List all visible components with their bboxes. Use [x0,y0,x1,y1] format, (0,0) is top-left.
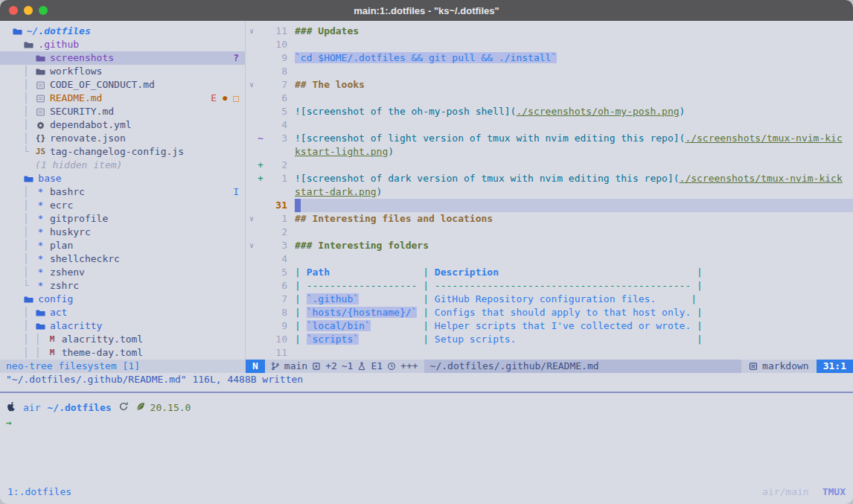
tmux-window-tab[interactable]: 1:.dotfiles [7,485,71,499]
status-badge: ? [233,51,239,65]
indent-guides: │ │ [0,333,47,346]
indent-guides [0,51,35,65]
tree-item[interactable]: base [0,172,245,185]
close-button[interactable] [9,6,18,15]
tree-item[interactable]: └ *zshrc [0,279,245,293]
tree-item[interactable]: │ alacritty [0,319,245,333]
fold-marker[interactable]: ∨ [246,239,258,252]
editor-line[interactable]: 9`cd $HOME/.dotfiles && git pull && ./in… [246,51,853,65]
editor-line[interactable]: ~3![screenshot of light version of tmux … [246,132,853,145]
line-number: 1 [266,212,287,226]
line-text [295,199,853,212]
tree-item[interactable]: │ *shellcheckrc [0,252,245,266]
tree-item[interactable]: │ {}renovate.json [0,132,245,145]
tree-item[interactable]: screenshots? [0,51,245,65]
editor-line[interactable]: ∨3### Interesting folders [246,239,853,252]
prompt-path: ~/.dotfiles [47,401,111,415]
tree-item[interactable]: │ *plan [0,239,245,252]
editor-line[interactable]: 31 [246,199,853,212]
editor-line[interactable]: kstart-light.png) [246,145,853,159]
editor-line[interactable]: ∨7## The looks [246,78,853,92]
tree-item[interactable]: ~/.dotfiles [0,25,245,38]
lsp-status: +++ [400,360,418,373]
fold-marker[interactable]: ∨ [246,212,258,226]
line-text [295,252,853,266]
line-text: ## Interesting files and locations [295,212,853,226]
editor-line[interactable]: +2 [246,159,853,172]
editor-line[interactable]: 2 [246,226,853,239]
editor-line[interactable]: ∨1## Interesting files and locations [246,212,853,226]
fold-marker [246,118,258,132]
editor-line[interactable]: 8| `hosts/{hostname}/` | Configs that sh… [246,306,853,319]
fold-marker[interactable]: ∨ [246,25,258,38]
tree-item[interactable]: │ workflows [0,65,245,78]
line-number: 7 [266,293,287,306]
tree-item[interactable]: │ act [0,306,245,319]
tree-item[interactable]: │ *ecrc [0,199,245,212]
line-number: 5 [266,266,287,279]
indent-guides: └ [0,145,35,159]
tree-item[interactable]: │ dependabot.yml [0,118,245,132]
editor-line[interactable]: ∨11### Updates [246,25,853,38]
editor-line[interactable]: 6| ------------------- | ---------------… [246,279,853,293]
star-icon: * [35,252,46,266]
editor-line[interactable]: 6 [246,92,853,105]
tmux-session-name: air/main [762,485,809,499]
js-icon: JS [35,145,46,159]
fold-marker[interactable]: ∨ [246,78,258,92]
editor-line[interactable]: +1![screenshot of dark version of tmux w… [246,172,853,185]
tree-item[interactable]: .github [0,38,245,51]
status-badge: I [233,185,239,199]
editor-line[interactable]: 10| `scripts` | Setup scripts. | [246,333,853,346]
indent-guides: │ [0,105,35,118]
prompt-arrow[interactable]: → [6,416,853,430]
tree-item[interactable]: │ README.mdE●□ [0,92,245,105]
indent-guides: │ [0,252,35,266]
tree-item-label: zshrc [50,279,79,293]
editor-line[interactable]: start-dark.png) [246,185,853,199]
fold-marker [246,172,258,185]
git-sign [258,199,266,212]
prompt-host: air [23,401,40,415]
filetype-label: markdown [762,360,809,373]
editor-line[interactable]: 4 [246,118,853,132]
tree-item[interactable]: │ │ Mtheme-day.toml [0,346,245,360]
git-diff-added: +2 [325,360,337,373]
editor-line[interactable]: 9| `local/bin` | Helper scripts that I'v… [246,319,853,333]
tree-item[interactable]: config [0,293,245,306]
editor-line[interactable]: 4 [246,252,853,266]
tree-item[interactable]: │ *huskyrc [0,226,245,239]
tree-item[interactable]: │ CODE_OF_CONDUCT.md [0,78,245,92]
statusline-filepath: ~/.dotfiles/.github/README.md [424,360,741,373]
line-text: `cd $HOME/.dotfiles && git pull && ./ins… [295,51,853,65]
git-sign [258,92,266,105]
toml-icon: M [47,346,58,360]
tree-item[interactable]: └ JStag-changelog-config.js [0,145,245,159]
editor-line[interactable]: 8 [246,65,853,78]
editor-line[interactable]: 10 [246,38,853,51]
tree-item-label: huskyrc [50,226,91,239]
editor-line[interactable]: 5| Path | Description | [246,266,853,279]
zoom-button[interactable] [39,6,48,15]
line-number: 31 [266,199,287,212]
indent-guides: └ [0,279,35,293]
star-icon: * [35,185,46,199]
tree-item[interactable]: │ *gitprofile [0,212,245,226]
minimize-button[interactable] [24,6,33,15]
editor-line[interactable]: 5![screenshot of the oh-my-posh shell](.… [246,105,853,118]
indent-guides [0,25,12,38]
tree-item-label: alacritty.toml [62,333,144,346]
fold-marker [246,92,258,105]
tree-item[interactable]: │ SECURITY.md [0,105,245,118]
status-badge: ● [223,92,227,105]
tree-item[interactable]: │ │ Malacritty.toml [0,333,245,346]
tree-item[interactable]: (1 hidden item) [0,159,245,172]
editor-line[interactable]: 7| `.github` | GitHub Repository configu… [246,293,853,306]
tree-item[interactable]: │ *bashrcI [0,185,245,199]
line-number: 2 [266,159,287,172]
tree-item[interactable]: │ *zshenv [0,266,245,279]
tree-item-label: plan [50,239,73,252]
line-number: 9 [266,51,287,65]
editor-line[interactable]: 11 [246,346,853,360]
fold-marker [246,346,258,360]
